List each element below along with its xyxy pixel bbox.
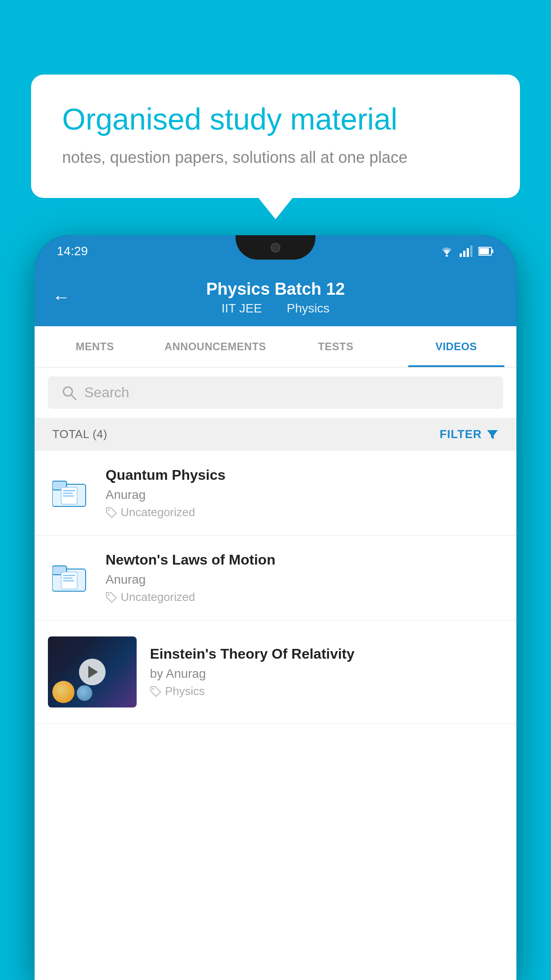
filter-button[interactable]: FILTER	[440, 427, 499, 441]
video-info: Newton's Laws of Motion Anurag Uncategor…	[106, 552, 503, 604]
phone-screen: ← Physics Batch 12 IIT JEE Physics MENTS…	[35, 267, 516, 980]
search-icon	[61, 385, 77, 401]
play-button[interactable]	[79, 659, 106, 685]
svg-point-23	[108, 594, 110, 596]
search-input-container[interactable]: Search	[48, 376, 503, 409]
play-triangle-icon	[88, 666, 98, 678]
video-title: Quantum Physics	[106, 467, 503, 483]
svg-rect-20	[63, 575, 75, 576]
tag-text: Physics	[165, 684, 205, 698]
wifi-icon	[439, 245, 454, 257]
tab-bar: MENTS ANNOUNCEMENTS TESTS VIDEOS	[35, 326, 516, 368]
video-title: Newton's Laws of Motion	[106, 552, 503, 568]
svg-rect-22	[63, 580, 74, 581]
svg-rect-21	[63, 577, 73, 579]
svg-point-24	[152, 688, 154, 690]
video-tag: Uncategorized	[106, 590, 503, 604]
svg-rect-13	[63, 490, 75, 491]
folder-icon	[52, 562, 88, 593]
list-item[interactable]: Quantum Physics Anurag Uncategorized	[35, 451, 516, 536]
video-author: by Anurag	[150, 667, 503, 681]
video-thumbnail	[48, 636, 137, 707]
tab-ments[interactable]: MENTS	[35, 326, 155, 367]
subtitle-part2: Physics	[287, 301, 329, 315]
app-bar: ← Physics Batch 12 IIT JEE Physics	[35, 267, 516, 326]
svg-rect-15	[63, 495, 74, 497]
svg-rect-1	[460, 253, 462, 257]
svg-rect-2	[463, 251, 465, 257]
folder-icon-container	[48, 473, 92, 513]
video-info: Einstein's Theory Of Relativity by Anura…	[150, 646, 503, 698]
notch	[236, 235, 315, 260]
orb-2	[77, 685, 92, 701]
video-tag: Uncategorized	[106, 506, 503, 519]
tag-icon	[150, 686, 161, 697]
tag-icon	[106, 592, 117, 603]
app-bar-subtitle: IIT JEE Physics	[216, 301, 335, 316]
folder-icon	[52, 478, 88, 509]
speech-bubble: Organised study material notes, question…	[31, 75, 520, 198]
svg-rect-14	[63, 493, 73, 494]
filter-icon	[486, 428, 499, 441]
filter-label: FILTER	[440, 427, 482, 441]
back-button[interactable]: ←	[52, 287, 70, 307]
search-bar: Search	[35, 368, 516, 418]
speech-subtitle: notes, question papers, solutions all at…	[62, 148, 489, 167]
svg-point-16	[108, 509, 110, 511]
video-info: Quantum Physics Anurag Uncategorized	[106, 467, 503, 519]
signal-icon	[460, 245, 473, 257]
subtitle-part1: IIT JEE	[221, 301, 262, 315]
list-item[interactable]: Newton's Laws of Motion Anurag Uncategor…	[35, 536, 516, 620]
status-time: 14:29	[57, 244, 88, 258]
svg-rect-7	[479, 248, 489, 254]
tab-tests[interactable]: TESTS	[276, 326, 396, 367]
battery-icon	[478, 246, 494, 256]
status-bar: 14:29	[35, 235, 516, 267]
tab-videos[interactable]: VIDEOS	[396, 326, 517, 367]
video-author: Anurag	[106, 488, 503, 502]
video-author: Anurag	[106, 573, 503, 587]
thumb-orbs	[52, 681, 92, 703]
svg-rect-3	[467, 248, 469, 257]
filter-bar: TOTAL (4) FILTER	[35, 418, 516, 451]
video-title: Einstein's Theory Of Relativity	[150, 646, 503, 662]
status-icons	[439, 245, 494, 257]
phone-frame: 14:29	[35, 235, 516, 980]
tag-icon	[106, 507, 117, 518]
total-count: TOTAL (4)	[52, 427, 107, 441]
svg-rect-6	[492, 249, 493, 253]
tag-text: Uncategorized	[121, 590, 195, 604]
video-tag: Physics	[150, 684, 503, 698]
svg-point-0	[446, 255, 448, 257]
folder-icon-container	[48, 558, 92, 598]
app-bar-title: Physics Batch 12	[206, 280, 345, 299]
tag-text: Uncategorized	[121, 506, 195, 519]
tab-announcements[interactable]: ANNOUNCEMENTS	[155, 326, 276, 367]
list-item[interactable]: Einstein's Theory Of Relativity by Anura…	[35, 620, 516, 724]
search-placeholder-text: Search	[84, 384, 129, 401]
svg-rect-4	[470, 245, 472, 257]
svg-line-9	[71, 395, 76, 399]
camera-dot	[271, 243, 280, 253]
speech-title: Organised study material	[62, 101, 489, 138]
orb-1	[52, 681, 75, 703]
video-list: Quantum Physics Anurag Uncategorized	[35, 451, 516, 724]
